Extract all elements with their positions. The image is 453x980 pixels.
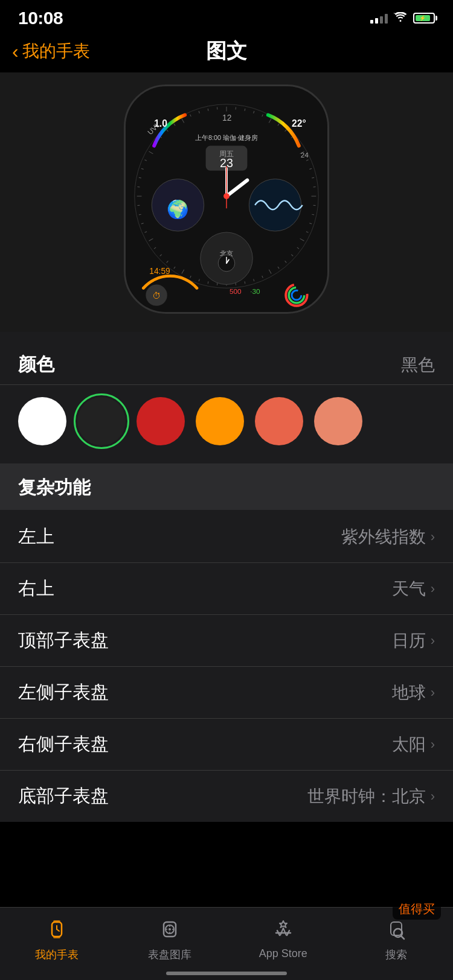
svg-point-73 xyxy=(249,179,301,231)
back-label: 我的手表 xyxy=(22,40,90,63)
svg-line-95 xyxy=(57,929,59,931)
wifi-icon xyxy=(394,12,407,25)
chevron-left-icon: ‹ xyxy=(12,42,19,61)
home-indicator xyxy=(166,972,287,975)
complication-top-right[interactable]: 右上 天气 › xyxy=(0,563,453,615)
status-time: 10:08 xyxy=(18,8,63,28)
chevron-right-icon-5: › xyxy=(431,737,435,752)
signal-icon xyxy=(370,13,388,24)
status-icons: ⚡ xyxy=(370,12,435,25)
svg-text:1.0: 1.0 xyxy=(154,118,167,129)
color-white[interactable] xyxy=(18,397,66,445)
svg-text:🌍: 🌍 xyxy=(167,199,189,220)
chevron-right-icon-2: › xyxy=(431,581,435,597)
svg-text:500: 500 xyxy=(230,287,242,295)
svg-rect-93 xyxy=(53,936,60,938)
row-label-rightsubdial: 右侧子表盘 xyxy=(18,732,109,757)
color-peach[interactable] xyxy=(314,397,362,445)
complications-section: 复杂功能 左上 紫外线指数 › 右上 天气 › 顶部子表盘 日历 › 左侧 xyxy=(0,463,453,822)
row-value-topsubdial: 日历 › xyxy=(392,629,435,652)
chevron-right-icon: › xyxy=(431,529,435,545)
watch-tab-icon xyxy=(41,914,72,945)
watch-preview: UVI 1.0 22° 上午8:00 瑜伽·健身房 12 24 周五 23 🌍 xyxy=(0,72,453,332)
svg-rect-92 xyxy=(53,920,60,923)
svg-text:上午8:00 瑜伽·健身房: 上午8:00 瑜伽·健身房 xyxy=(195,134,258,141)
appstore-tab-icon xyxy=(268,914,299,945)
row-value-rightsubdial: 太阳 › xyxy=(392,733,435,756)
complications-label: 复杂功能 xyxy=(18,477,91,497)
tab-search[interactable]: 搜索 xyxy=(340,914,454,962)
color-orange[interactable] xyxy=(196,397,244,445)
svg-text:12: 12 xyxy=(222,113,231,122)
color-label: 颜色 xyxy=(18,352,54,377)
watch-face[interactable]: UVI 1.0 22° 上午8:00 瑜伽·健身房 12 24 周五 23 🌍 xyxy=(124,84,329,314)
complication-right-subdial[interactable]: 右侧子表盘 太阳 › xyxy=(0,719,453,771)
color-black[interactable] xyxy=(77,397,126,445)
svg-text:·30: ·30 xyxy=(250,287,260,295)
row-value-bottomsubdial: 世界时钟：北京 › xyxy=(307,785,435,808)
tab-search-label: 搜索 xyxy=(385,947,407,962)
svg-text:14:59: 14:59 xyxy=(149,267,170,276)
tab-bar: 我的手表 表盘图库 xyxy=(0,907,453,980)
row-label-bottomsubdial: 底部子表盘 xyxy=(18,784,109,809)
svg-line-106 xyxy=(401,936,404,939)
row-value-topleft: 紫外线指数 › xyxy=(341,526,435,549)
svg-text:⏱: ⏱ xyxy=(152,291,161,301)
chevron-right-icon-6: › xyxy=(431,789,435,804)
svg-point-98 xyxy=(169,928,171,931)
back-button[interactable]: ‹ 我的手表 xyxy=(12,40,90,63)
svg-text:24: 24 xyxy=(301,151,309,159)
color-red[interactable] xyxy=(137,397,185,445)
svg-point-82 xyxy=(223,193,230,199)
tab-my-watch-label: 我的手表 xyxy=(35,947,79,962)
tab-app-store-label: App Store xyxy=(259,947,307,960)
tab-watch-face-gallery[interactable]: 表盘图库 xyxy=(114,914,227,962)
tab-watch-face-label: 表盘图库 xyxy=(148,947,191,962)
svg-text:22°: 22° xyxy=(292,118,306,129)
watch-face-tab-icon xyxy=(154,914,185,945)
tab-app-store[interactable]: App Store xyxy=(226,914,340,962)
status-bar: 10:08 ⚡ xyxy=(0,0,453,33)
chevron-right-icon-4: › xyxy=(431,685,435,701)
tab-my-watch[interactable]: 我的手表 xyxy=(0,914,114,962)
color-value: 黑色 xyxy=(401,354,435,377)
nav-bar: ‹ 我的手表 图文 xyxy=(0,33,453,72)
row-value-leftsubdial: 地球 › xyxy=(392,681,435,704)
complications-header: 复杂功能 xyxy=(0,463,453,510)
row-label-topleft: 左上 xyxy=(18,524,54,549)
complication-top-subdial[interactable]: 顶部子表盘 日历 › xyxy=(0,615,453,667)
row-label-topsubdial: 顶部子表盘 xyxy=(18,628,109,653)
complication-bottom-subdial[interactable]: 底部子表盘 世界时钟：北京 › xyxy=(0,771,453,822)
color-salmon[interactable] xyxy=(255,397,303,445)
complication-top-left[interactable]: 左上 紫外线指数 › xyxy=(0,511,453,563)
color-picker-row xyxy=(0,385,453,457)
color-header: 颜色 黑色 xyxy=(0,338,453,384)
watermark: 值得买 xyxy=(393,899,441,920)
color-section: 颜色 黑色 xyxy=(0,332,453,463)
complication-left-subdial[interactable]: 左侧子表盘 地球 › xyxy=(0,667,453,719)
row-value-topright: 天气 › xyxy=(392,578,435,600)
row-label-topright: 右上 xyxy=(18,576,54,601)
row-label-leftsubdial: 左侧子表盘 xyxy=(18,680,109,705)
page-title: 图文 xyxy=(206,37,247,65)
chevron-right-icon-3: › xyxy=(431,633,435,649)
battery-icon: ⚡ xyxy=(413,13,435,24)
